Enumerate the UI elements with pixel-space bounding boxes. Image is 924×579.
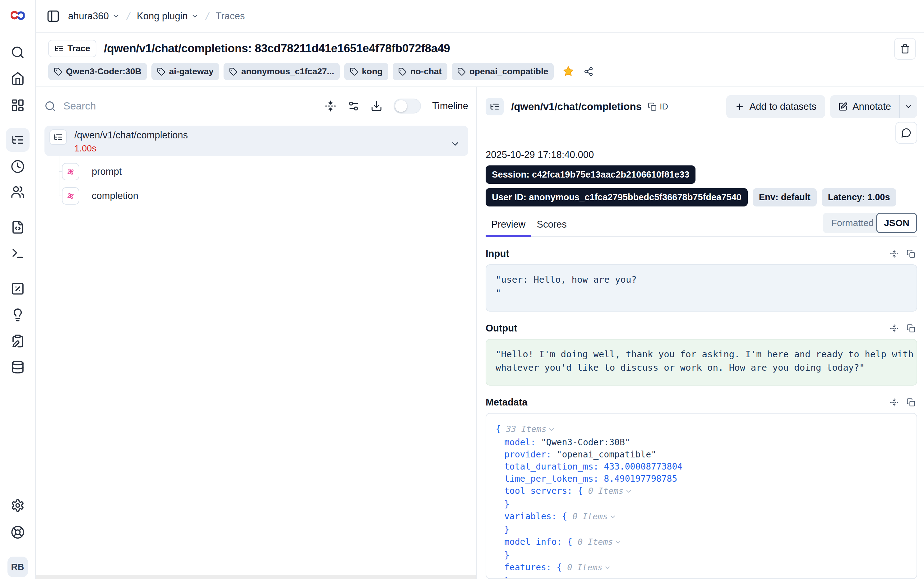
annotate-split-button: Annotate bbox=[830, 95, 917, 118]
json-line: } bbox=[496, 523, 907, 536]
breadcrumb-section[interactable]: Kong plugin bbox=[137, 11, 199, 22]
format-option-formatted[interactable]: Formatted bbox=[831, 218, 877, 228]
view-settings-icon[interactable] bbox=[348, 100, 359, 112]
format-option-json[interactable]: JSON bbox=[876, 213, 917, 233]
format-toggle: Formatted JSON bbox=[823, 213, 917, 233]
copy-icon[interactable] bbox=[907, 398, 915, 407]
tree-child-row[interactable]: completion bbox=[44, 185, 468, 206]
sidebar-annotation-icon[interactable] bbox=[11, 334, 24, 348]
chevron-down-icon[interactable] bbox=[450, 139, 460, 149]
json-line[interactable]: model_info: { 0 Items bbox=[496, 536, 907, 549]
sidebar-insights-icon[interactable] bbox=[11, 308, 24, 322]
fold-icon[interactable] bbox=[890, 249, 898, 258]
detail-tabs: Preview Scores Formatted JSON bbox=[486, 213, 917, 237]
main-area: ahura360 / Kong plugin / Traces Trace /q bbox=[36, 0, 924, 579]
tag-chip[interactable]: openai_compatible bbox=[452, 63, 554, 80]
tab-preview[interactable]: Preview bbox=[486, 214, 531, 236]
user-avatar[interactable]: RB bbox=[7, 557, 28, 577]
breadcrumb-separator: / bbox=[126, 10, 132, 23]
tag-chip[interactable]: kong bbox=[344, 63, 388, 80]
output-content: "Hello! I'm doing well, thank you for as… bbox=[486, 339, 917, 386]
fold-icon[interactable] bbox=[890, 324, 898, 333]
annotate-label: Annotate bbox=[852, 101, 891, 112]
tag-chip[interactable]: ai-gateway bbox=[152, 63, 219, 80]
tree-root-row[interactable]: /qwen/v1/chat/completions 1.00s bbox=[44, 126, 468, 156]
share-icon[interactable] bbox=[584, 67, 594, 77]
trace-type-badge: Trace bbox=[48, 40, 96, 57]
pencil-square-icon bbox=[838, 102, 847, 111]
chevron-down-icon[interactable] bbox=[548, 424, 555, 436]
sidebar-toggle-icon[interactable] bbox=[46, 9, 60, 23]
breadcrumb-section-label: Kong plugin bbox=[137, 11, 188, 22]
sidebar-playground-icon[interactable] bbox=[11, 246, 24, 260]
chevron-down-icon[interactable] bbox=[609, 512, 617, 523]
comments-button[interactable] bbox=[895, 122, 917, 144]
copy-icon[interactable] bbox=[907, 324, 915, 333]
span-label: prompt bbox=[92, 166, 122, 177]
tree-child-row[interactable]: prompt bbox=[44, 161, 468, 182]
sidebar-datasets-icon[interactable] bbox=[11, 360, 24, 374]
topbar: ahura360 / Kong plugin / Traces bbox=[36, 0, 924, 33]
tag-list: Qwen3-Coder:30B ai-gateway anonymous_c1f… bbox=[48, 63, 913, 80]
json-line: provider: "openai_compatible" bbox=[496, 448, 907, 461]
nav-rail: RB bbox=[0, 0, 36, 579]
chevron-down-icon bbox=[112, 12, 120, 20]
copy-icon[interactable] bbox=[907, 249, 915, 258]
plus-icon bbox=[735, 102, 744, 111]
fold-icon[interactable] bbox=[890, 398, 898, 407]
annotate-button[interactable]: Annotate bbox=[830, 101, 899, 112]
settings-gear-icon[interactable] bbox=[11, 499, 24, 512]
tag-chip[interactable]: no-chat bbox=[393, 63, 447, 80]
search-input[interactable] bbox=[63, 100, 325, 112]
json-line: total_duration_ms: 433.00008773804 bbox=[496, 461, 907, 473]
json-line[interactable]: { 33 Items bbox=[496, 423, 907, 436]
sidebar-tracing-active[interactable] bbox=[6, 128, 29, 152]
breadcrumb-project[interactable]: ahura360 bbox=[68, 11, 120, 22]
copy-id-control[interactable]: ID bbox=[648, 102, 668, 112]
json-line[interactable]: features: { 0 Items bbox=[496, 561, 907, 575]
sidebar-search-icon[interactable] bbox=[11, 46, 24, 59]
tag-label: Qwen3-Coder:30B bbox=[66, 67, 142, 77]
sidebar-scores-icon[interactable] bbox=[11, 282, 24, 296]
user-id-badge[interactable]: User ID: anonymous_c1fca2795bbedc5f36678… bbox=[486, 188, 748, 206]
bookmark-star-icon[interactable] bbox=[562, 65, 574, 77]
session-badge[interactable]: Session: c42fca19b75e13aac2b2106610f81e3… bbox=[486, 165, 695, 184]
comment-bubble-icon bbox=[901, 128, 912, 138]
trace-node-icon bbox=[486, 98, 504, 115]
sidebar-prompts-icon[interactable] bbox=[11, 220, 24, 234]
timeline-toggle[interactable] bbox=[393, 98, 421, 113]
json-line: model: "Qwen3-Coder:30B" bbox=[496, 436, 907, 448]
tag-chip[interactable]: Qwen3-Coder:30B bbox=[48, 63, 147, 80]
tag-chip[interactable]: anonymous_c1fca27... bbox=[224, 63, 340, 80]
app-logo-icon[interactable] bbox=[11, 8, 24, 22]
sidebar-sessions-icon[interactable] bbox=[11, 160, 24, 173]
tag-label: openai_compatible bbox=[469, 67, 549, 77]
download-icon[interactable] bbox=[371, 100, 382, 112]
sidebar-users-icon[interactable] bbox=[11, 185, 24, 199]
list-tree-icon bbox=[11, 133, 24, 146]
env-badge: Env: default bbox=[753, 188, 817, 206]
list-tree-icon bbox=[54, 44, 64, 53]
sidebar-dashboards-icon[interactable] bbox=[11, 98, 24, 112]
add-to-datasets-button[interactable]: Add to datasets bbox=[726, 95, 825, 118]
json-line: } bbox=[496, 549, 907, 561]
annotate-dropdown-button[interactable] bbox=[899, 95, 917, 118]
json-line[interactable]: tool_servers: { 0 Items bbox=[496, 485, 907, 498]
sidebar-home-icon[interactable] bbox=[11, 72, 24, 85]
tree-children: prompt completion bbox=[44, 161, 468, 206]
tag-label: kong bbox=[362, 67, 383, 77]
delete-trace-button[interactable] bbox=[894, 38, 916, 60]
timeline-label: Timeline bbox=[432, 100, 468, 112]
support-lifebuoy-icon[interactable] bbox=[11, 525, 24, 539]
chevron-down-icon[interactable] bbox=[614, 537, 622, 549]
detail-title: /qwen/v1/chat/completions bbox=[511, 101, 642, 113]
input-section-title: Input bbox=[486, 248, 509, 259]
json-line[interactable]: variables: { 0 Items bbox=[496, 510, 907, 523]
breadcrumb-current-page[interactable]: Traces bbox=[216, 11, 245, 22]
chevron-down-icon[interactable] bbox=[625, 486, 632, 498]
search-icon bbox=[44, 100, 56, 112]
tab-scores[interactable]: Scores bbox=[531, 214, 572, 236]
copy-icon bbox=[648, 102, 656, 111]
collapse-all-icon[interactable] bbox=[325, 100, 336, 112]
chevron-down-icon[interactable] bbox=[604, 563, 611, 575]
